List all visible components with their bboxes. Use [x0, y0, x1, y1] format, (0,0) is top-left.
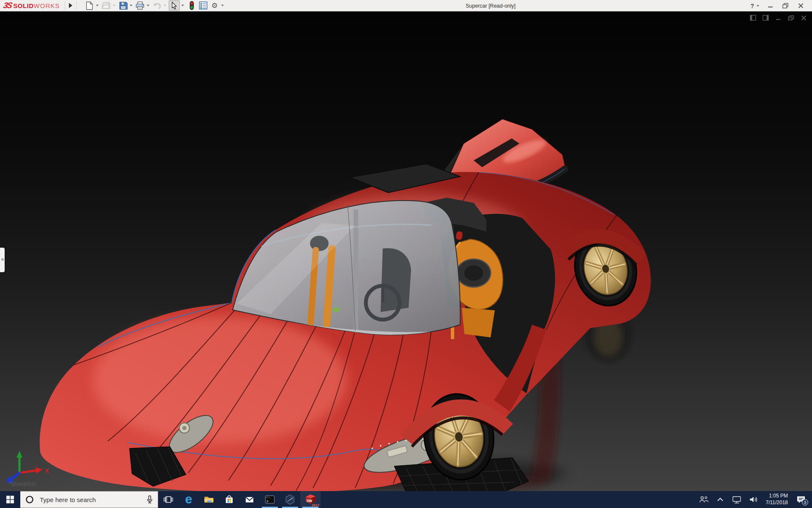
chevron-down-icon — [164, 5, 166, 6]
taskbar-app-solidworks[interactable]: SW 2017 — [300, 491, 321, 508]
command-prompt-icon: C:\_ — [264, 494, 276, 505]
volume-icon — [748, 495, 759, 504]
restore-icon — [788, 15, 794, 21]
options-gear-icon: ⚙ — [211, 2, 218, 9]
tab-grip-icon — [1, 258, 4, 261]
chevron-down-icon[interactable] — [757, 5, 759, 7]
child-restore-button[interactable] — [788, 15, 794, 21]
microphone-icon[interactable] — [146, 495, 154, 504]
show-hidden-icons-button[interactable] — [714, 491, 727, 508]
close-icon — [801, 15, 807, 21]
file-explorer-icon — [203, 494, 215, 505]
save-button[interactable] — [118, 0, 128, 11]
clock-date: 7/11/2018 — [765, 500, 788, 506]
sw-icon-letters: SW — [307, 499, 313, 503]
solidworks-logo: 3S SOLIDWORKS — [0, 0, 64, 11]
action-center-button[interactable]: 3 — [793, 491, 809, 508]
undo-icon — [152, 2, 162, 10]
search-input[interactable] — [39, 496, 146, 504]
graphics-viewport[interactable]: X Z *Dimetric — [0, 11, 812, 491]
taskbar-app-3d-viewer[interactable] — [280, 491, 300, 508]
people-icon — [699, 495, 709, 504]
rebuild-button[interactable] — [187, 0, 197, 11]
microsoft-store-icon — [224, 494, 235, 505]
cmd-icon-text: C:\_ — [266, 497, 271, 499]
chevron-down-icon[interactable] — [130, 5, 132, 6]
open-icon — [102, 1, 111, 10]
volume-button[interactable] — [747, 491, 760, 508]
taskbar-app-command-prompt[interactable]: C:\_ — [260, 491, 280, 508]
taskbar-app-mail[interactable] — [239, 491, 260, 508]
chevron-down-icon — [113, 5, 115, 6]
orientation-triad: X Z — [3, 448, 53, 485]
supercar-3d-model[interactable] — [0, 11, 812, 491]
taskbar-clock[interactable]: 1:05 PM 7/11/2018 — [763, 493, 790, 506]
child-window-controls — [750, 15, 807, 21]
task-view-button[interactable] — [158, 491, 178, 508]
task-pane-list-icon — [199, 1, 208, 10]
start-button[interactable] — [0, 491, 20, 508]
triad-x-label: X — [45, 467, 49, 474]
print-icon — [135, 1, 145, 10]
divider — [76, 1, 77, 10]
taskbar-app-file-explorer[interactable] — [199, 491, 219, 508]
chevron-down-icon[interactable] — [96, 5, 99, 6]
panel-right-button[interactable] — [763, 15, 769, 21]
print-button[interactable] — [135, 0, 145, 11]
brand-solid: SOLID — [13, 2, 33, 9]
notification-badge: 3 — [802, 499, 808, 505]
taskbar-app-store[interactable] — [219, 491, 239, 508]
panel-left-icon — [750, 15, 756, 21]
rebuild-traffic-light-icon — [189, 1, 195, 10]
system-tray: 1:05 PM 7/11/2018 3 — [697, 491, 812, 508]
restore-icon — [782, 3, 788, 8]
collapsed-panel-tab[interactable] — [0, 248, 5, 272]
window-title: Supercar [Read-only] — [466, 0, 516, 11]
help-button[interactable]: ? — [749, 3, 755, 9]
play-arrow-icon — [69, 3, 72, 8]
chevron-down-icon[interactable] — [181, 5, 184, 6]
taskbar-app-edge[interactable]: e — [178, 491, 199, 508]
menu-flyout-button[interactable] — [66, 1, 75, 11]
panel-left-button[interactable] — [750, 15, 756, 21]
options-button[interactable]: ⚙ — [209, 0, 219, 11]
brand-works: WORKS — [34, 2, 60, 9]
edge-icon: e — [185, 493, 192, 505]
chevron-down-icon[interactable] — [147, 5, 149, 6]
divider — [65, 1, 65, 10]
select-arrow-icon — [171, 2, 178, 10]
quick-access-toolbar: ⚙ — [84, 0, 225, 11]
people-button[interactable] — [697, 491, 710, 508]
title-bar[interactable]: 3S SOLIDWORKS — [0, 0, 812, 11]
close-icon — [798, 3, 804, 8]
panel-right-icon — [763, 15, 769, 21]
windows-taskbar: e C:\_ — [0, 491, 812, 508]
network-icon — [732, 495, 742, 504]
mail-icon — [244, 494, 255, 505]
new-document-button[interactable] — [84, 0, 94, 11]
view-orientation-label: *Dimetric — [9, 480, 36, 487]
cortana-circle-icon — [25, 495, 34, 504]
chevron-down-icon[interactable] — [221, 5, 224, 6]
undo-button — [152, 0, 162, 11]
clock-time: 1:05 PM — [765, 493, 788, 500]
hexagon-app-icon — [284, 494, 296, 505]
select-tool-button[interactable] — [169, 0, 180, 11]
restore-button[interactable] — [780, 2, 791, 10]
taskbar-search[interactable] — [20, 491, 158, 508]
child-close-button[interactable] — [801, 15, 807, 21]
task-pane-button[interactable] — [198, 0, 208, 11]
child-minimize-button[interactable] — [775, 15, 782, 21]
close-button[interactable] — [795, 2, 806, 10]
minimize-button[interactable] — [765, 2, 776, 10]
hidden-icons-chevron-icon — [716, 497, 724, 502]
new-document-icon — [85, 1, 93, 10]
dassault-3s-icon: 3S — [3, 1, 13, 10]
minimize-icon — [768, 3, 773, 8]
open-button[interactable] — [101, 0, 111, 11]
task-view-icon — [163, 494, 174, 505]
minimize-icon — [776, 15, 781, 21]
windows-logo-icon — [6, 496, 14, 503]
network-button[interactable] — [730, 491, 743, 508]
titlebar-controls: ? — [749, 0, 806, 11]
